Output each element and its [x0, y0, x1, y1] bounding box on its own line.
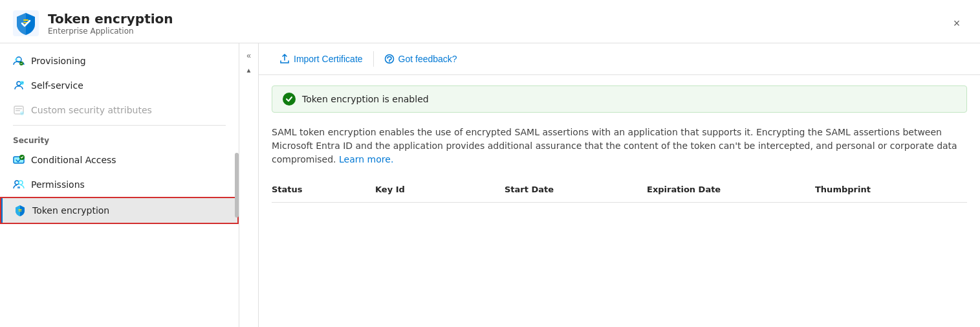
page-title: Token encryption	[48, 11, 173, 27]
svg-rect-17	[17, 186, 20, 188]
azure-shield-icon	[13, 10, 39, 36]
feedback-label: Got feedback?	[398, 54, 457, 64]
page-header: Token encryption Enterprise Application …	[0, 0, 980, 43]
feedback-button[interactable]: Got feedback?	[376, 50, 465, 68]
table-header: Status Key Id Start Date Expiration Date…	[272, 177, 967, 203]
sidebar: Provisioning Self-service Custom securit…	[0, 43, 239, 327]
sidebar-item-token-encryption[interactable]: Token encryption	[0, 197, 239, 224]
import-certificate-button[interactable]: Import Certificate	[272, 50, 371, 68]
sidebar-item-conditional-access[interactable]: Conditional Access	[0, 148, 239, 172]
sidebar-item-custom-security-label: Custom security attributes	[31, 105, 152, 115]
table-col-status: Status	[272, 182, 375, 197]
svg-rect-1	[23, 19, 28, 21]
svg-rect-19	[19, 211, 22, 212]
checkmark-icon	[285, 95, 293, 103]
sidebar-divider	[13, 125, 226, 126]
svg-rect-18	[19, 209, 22, 210]
sidebar-item-custom-security[interactable]: Custom security attributes	[0, 98, 239, 122]
description-text: SAML token encryption enables the use of…	[259, 123, 980, 177]
sidebar-item-self-service-label: Self-service	[31, 80, 83, 91]
table-col-expiration-date: Expiration Date	[647, 182, 815, 197]
scroll-up-button[interactable]: ▲	[245, 65, 254, 75]
sidebar-section-security: Security	[0, 128, 239, 148]
content-area: Import Certificate Got feedback? Token	[259, 43, 980, 327]
learn-more-link[interactable]: Learn more.	[339, 154, 393, 164]
data-table: Status Key Id Start Date Expiration Date…	[259, 177, 980, 327]
collapse-panel: « ▲	[239, 43, 259, 327]
sidebar-item-provisioning[interactable]: Provisioning	[0, 49, 239, 73]
toolbar-divider	[373, 51, 374, 67]
feedback-icon	[384, 54, 395, 64]
status-success-icon	[283, 93, 296, 106]
table-col-thumbprint: Thumbprint	[815, 182, 967, 197]
sidebar-item-self-service[interactable]: Self-service	[0, 73, 239, 98]
table-col-key-id: Key Id	[375, 182, 505, 197]
sidebar-item-permissions[interactable]: Permissions	[0, 172, 239, 197]
svg-point-21	[389, 62, 390, 63]
sidebar-item-conditional-access-label: Conditional Access	[31, 155, 116, 165]
upload-icon	[279, 54, 290, 64]
custom-attr-icon	[13, 104, 25, 116]
svg-rect-9	[16, 108, 22, 109]
close-button[interactable]: ×	[946, 13, 967, 34]
svg-rect-10	[16, 110, 20, 111]
self-service-icon	[13, 80, 25, 91]
header-left: Token encryption Enterprise Application	[13, 10, 173, 36]
token-encryption-icon	[14, 205, 26, 216]
header-text: Token encryption Enterprise Application	[48, 11, 173, 36]
sidebar-item-token-encryption-label: Token encryption	[32, 205, 109, 216]
status-message: Token encryption is enabled	[302, 94, 429, 104]
svg-point-6	[17, 82, 21, 85]
permissions-icon	[13, 179, 25, 190]
conditional-access-icon	[13, 154, 25, 166]
table-col-start-date: Start Date	[505, 182, 647, 197]
sidebar-item-permissions-label: Permissions	[31, 179, 85, 190]
collapse-sidebar-button[interactable]: «	[244, 49, 254, 63]
svg-point-4	[15, 58, 17, 61]
svg-point-16	[19, 181, 23, 185]
page-subtitle: Enterprise Application	[48, 27, 173, 36]
svg-point-15	[15, 181, 19, 185]
import-certificate-label: Import Certificate	[294, 54, 363, 64]
provisioning-icon	[13, 55, 25, 67]
sidebar-item-provisioning-label: Provisioning	[31, 56, 86, 66]
status-banner: Token encryption is enabled	[272, 85, 967, 113]
sidebar-scrollbar[interactable]	[235, 153, 239, 218]
main-layout: Provisioning Self-service Custom securit…	[0, 43, 980, 327]
toolbar: Import Certificate Got feedback?	[259, 43, 980, 75]
